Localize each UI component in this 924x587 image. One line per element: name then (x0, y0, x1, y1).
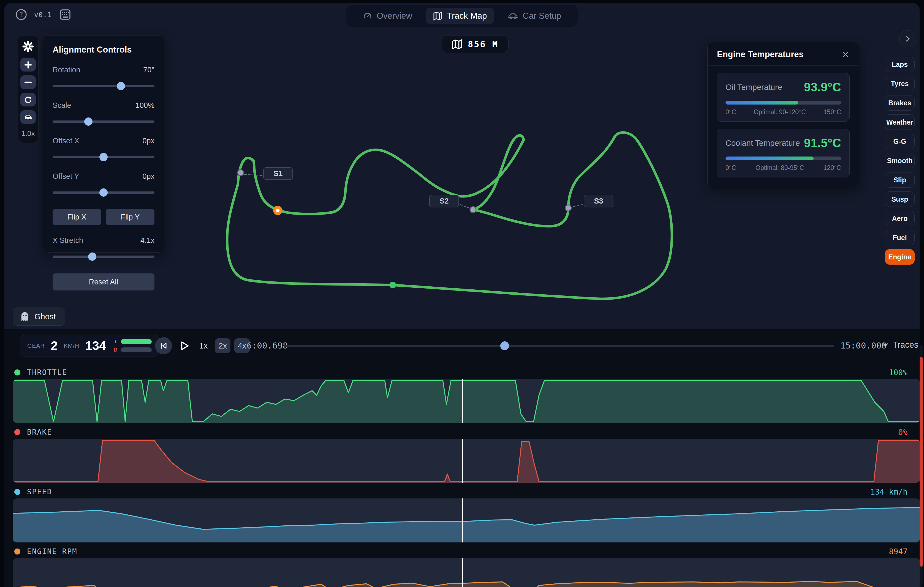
timeline-thumb[interactable] (500, 341, 509, 350)
coolant-temp-bar (726, 156, 841, 160)
gear-icon[interactable] (22, 40, 34, 53)
engine-rpm-trace-panel[interactable] (13, 558, 920, 587)
sidebar-item-susp[interactable]: Susp (885, 191, 915, 207)
chevron-right-icon (907, 36, 909, 41)
sidebar-item-fuel[interactable]: Fuel (885, 230, 915, 245)
offset-x-label: Offset X (53, 137, 79, 145)
oil-temp-min: 0°C (726, 109, 736, 116)
sector-badge-s1[interactable]: S1 (263, 167, 293, 180)
offset-x-slider-thumb[interactable] (99, 153, 108, 161)
speed-2x-button[interactable]: 2x (215, 338, 231, 353)
brake-trace-panel[interactable] (13, 439, 920, 483)
playhead-cursor (462, 498, 463, 543)
reset-all-button[interactable]: Reset All (53, 273, 155, 291)
tab-track-map-label: Track Map (447, 11, 487, 21)
collapse-panel-button[interactable] (899, 30, 916, 47)
track-map[interactable]: S1 S2 S3 (222, 94, 676, 305)
ghost-button[interactable]: Ghost (13, 307, 65, 326)
rotation-slider[interactable] (53, 82, 155, 90)
speed-dot-icon (14, 489, 20, 495)
sidebar-item-aero[interactable]: Aero (885, 211, 915, 226)
speed-trace-label: SPEED (27, 487, 52, 496)
gear-label: GEAR (27, 342, 45, 349)
speed-trace-panel[interactable] (13, 498, 920, 543)
oil-temp-label: Oil Temperature (726, 83, 782, 92)
start-finish-dot (389, 282, 396, 288)
help-icon[interactable]: ? (15, 9, 27, 20)
offset-x-value: 0px (142, 137, 155, 145)
throttle-trace-panel[interactable] (13, 379, 920, 423)
engine-rpm-trace-label: ENGINE RPM (27, 547, 78, 556)
sector-badge-s2[interactable]: S2 (429, 195, 459, 207)
zoom-level-label: 1.0x (21, 129, 35, 138)
play-button[interactable] (177, 339, 191, 353)
tab-car-setup[interactable]: Car Setup (500, 8, 568, 24)
sector1-marker-dot[interactable] (238, 170, 244, 176)
close-icon[interactable] (842, 50, 850, 59)
scale-label: Scale (53, 101, 71, 110)
scale-value: 100% (135, 101, 155, 110)
throttle-dot-icon (14, 370, 20, 375)
coolant-temp-card: Coolant Temperature 91.5°C 0°C Optimal: … (717, 129, 850, 178)
sidebar-item-tyres[interactable]: Tyres (885, 76, 915, 91)
zoom-in-button[interactable] (20, 58, 36, 72)
timeline-slider[interactable] (284, 345, 834, 347)
brake-header: BRAKE (14, 428, 52, 436)
sidebar-item-engine[interactable]: Engine (885, 249, 915, 265)
throttle-brake-bars: T B (114, 339, 152, 353)
playhead-cursor (462, 379, 463, 423)
brake-bar (121, 347, 152, 352)
scale-slider-thumb[interactable] (84, 117, 92, 126)
sector3-label: S3 (594, 197, 603, 206)
scale-slider[interactable] (53, 117, 155, 126)
coolant-temp-label: Coolant Temperature (726, 139, 800, 148)
brake-dot-icon (14, 429, 20, 435)
oil-temp-value: 93.9°C (804, 80, 841, 94)
engine-rpm-dot-icon (14, 549, 20, 554)
sector3-marker-dot[interactable] (565, 205, 571, 211)
alignment-controls-panel: Alignment Controls Rotation70° Scale100%… (43, 35, 164, 253)
oil-temp-card: Oil Temperature 93.9°C 0°C Optimal: 90-1… (717, 73, 850, 122)
page-scrollbar-thumb[interactable] (920, 357, 923, 567)
tab-track-map[interactable]: Track Map (426, 8, 494, 24)
playhead-cursor (462, 558, 463, 587)
x-stretch-slider-thumb[interactable] (88, 253, 96, 261)
flip-y-button[interactable]: Flip Y (106, 209, 155, 225)
rotate-button[interactable] (20, 93, 36, 107)
x-stretch-slider[interactable] (53, 253, 155, 261)
tab-overview[interactable]: Overview (356, 8, 419, 24)
rotation-slider-thumb[interactable] (117, 82, 125, 90)
traces-dropdown-label: Traces (893, 340, 919, 350)
oil-temp-optimal: Optimal: 90-120°C (754, 109, 805, 116)
sidebar-item-brakes[interactable]: Brakes (885, 95, 915, 110)
speed-header: SPEED (14, 487, 52, 496)
offset-x-slider[interactable] (53, 153, 155, 161)
keyboard-icon[interactable] (59, 9, 72, 20)
sidebar-item-laps[interactable]: Laps (885, 57, 915, 72)
sector2-label: S2 (439, 197, 449, 206)
app-window: ? v0.1 Overview Track Map Car Setup 856 … (4, 3, 920, 587)
throttle-trace-label: THROTTLE (27, 368, 67, 377)
oil-temp-bar (726, 101, 841, 105)
speed-trace-value: 134 km/h (870, 487, 908, 497)
engine-rpm-trace-value: 8947 (889, 547, 908, 556)
flip-x-button[interactable]: Flip X (53, 209, 101, 225)
sidebar-item-gg[interactable]: G-G (885, 134, 915, 149)
skip-to-start-button[interactable] (155, 337, 172, 354)
x-stretch-value: 4.1x (140, 236, 155, 245)
sidebar-item-slip[interactable]: Slip (885, 172, 915, 187)
zoom-out-button[interactable] (20, 76, 36, 89)
sidebar-item-weather[interactable]: Weather (885, 114, 915, 130)
sector-badge-s3[interactable]: S3 (584, 195, 614, 207)
sidebar-item-smooth[interactable]: Smooth (885, 153, 915, 168)
sector2-marker-dot[interactable] (470, 207, 476, 213)
speed-1x-button[interactable]: 1x (196, 338, 211, 353)
car-marker-button[interactable] (20, 110, 36, 124)
throttle-header: THROTTLE (14, 368, 67, 377)
throttle-bar (121, 339, 152, 344)
offset-y-slider[interactable] (53, 188, 155, 197)
engine-temps-title: Engine Temperatures (717, 49, 804, 59)
offset-y-slider-thumb[interactable] (99, 188, 108, 197)
alignment-title: Alignment Controls (53, 45, 155, 55)
traces-dropdown[interactable]: Traces (882, 340, 919, 350)
